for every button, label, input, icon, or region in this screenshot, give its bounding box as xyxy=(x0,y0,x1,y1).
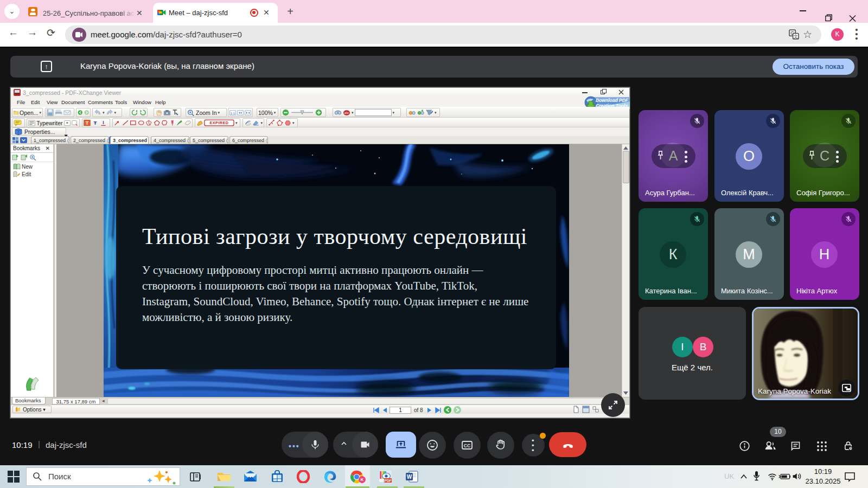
svg-text:Download PDF: Download PDF xyxy=(596,98,629,103)
svg-text:I: I xyxy=(103,120,104,125)
svg-text:≡: ≡ xyxy=(66,121,68,125)
svg-text:W: W xyxy=(407,474,412,480)
svg-text:1:1: 1:1 xyxy=(231,111,235,114)
svg-text:EXPIRED: EXPIRED xyxy=(210,120,229,125)
svg-text:文: 文 xyxy=(794,34,799,39)
svg-text:abc: abc xyxy=(344,111,349,114)
svg-text:CC: CC xyxy=(464,443,470,448)
svg-text:PDF: PDF xyxy=(385,479,392,483)
svg-text:T: T xyxy=(86,120,89,126)
svg-text:Ŧ: Ŧ xyxy=(94,120,97,126)
